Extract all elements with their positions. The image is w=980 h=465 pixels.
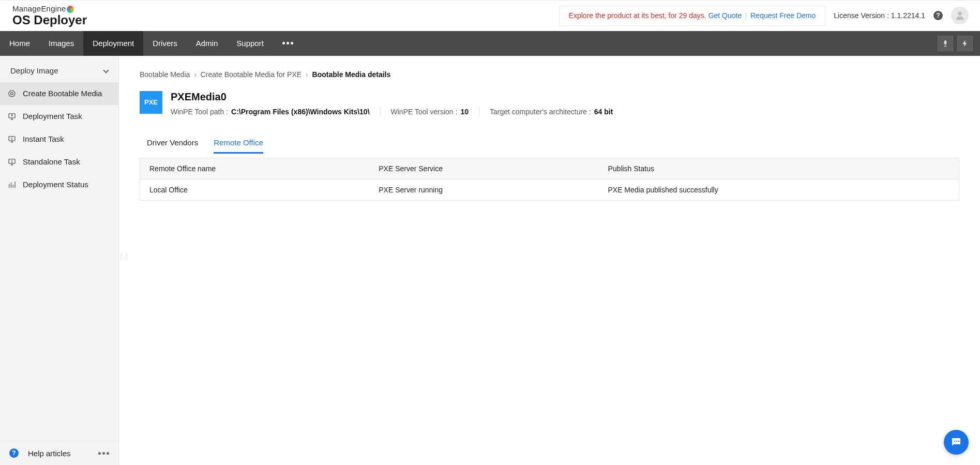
nav-deployment[interactable]: Deployment: [83, 31, 143, 56]
svg-point-10: [958, 441, 959, 442]
col-pxe-service: PXE Server Service: [369, 158, 598, 179]
sidebar-item-label: Deployment Status: [23, 180, 88, 189]
license-version: License Version : 1.1.2214.1: [834, 11, 925, 20]
cell-publish-status: PXE Media published successfully: [598, 179, 959, 200]
svg-text:$: $: [11, 137, 13, 140]
table-header-row: Remote Office name PXE Server Service Pu…: [140, 158, 959, 179]
col-remote-office: Remote Office name: [140, 158, 369, 179]
trial-banner: Explore the product at its best, for 29 …: [559, 6, 826, 25]
sidebar-group-toggle[interactable]: Deploy Image: [0, 59, 118, 82]
help-badge-icon: ?: [9, 448, 19, 458]
crumb-bootable-media[interactable]: Bootable Media: [140, 70, 190, 79]
sidebar-icon: [7, 89, 17, 98]
brand-line2: OS Deployer: [12, 13, 87, 27]
help-articles-link[interactable]: Help articles: [28, 449, 89, 458]
nav-support[interactable]: Support: [227, 31, 273, 56]
sidebar-group-label: Deploy Image: [10, 66, 58, 75]
more-icon[interactable]: [98, 452, 109, 455]
crumb-sep-icon: ›: [194, 70, 197, 79]
top-right: Explore the product at its best, for 29 …: [559, 6, 969, 25]
lightning-icon[interactable]: [957, 36, 973, 51]
sidebar-item-label: Create Bootable Media: [23, 89, 102, 98]
sidebar: Deploy Image Create Bootable MediaDeploy…: [0, 56, 119, 465]
sidebar-footer: ? Help articles: [0, 441, 118, 465]
sidebar-icon: [7, 112, 17, 121]
crumb-sep-icon: ›: [306, 70, 308, 79]
meta-value: 64 bit: [594, 108, 613, 116]
content-tabs: Driver VendorsRemote Office: [140, 133, 959, 154]
meta-label: Target computer's architecture :: [490, 108, 591, 116]
help-icon[interactable]: ?: [933, 11, 943, 20]
meta-label: WinPE Tool version :: [391, 108, 458, 116]
sidebar-resize-handle[interactable]: ⋮⋮⋮⋮: [118, 254, 123, 266]
cell-remote-office: Local Office: [140, 179, 369, 200]
sidebar-item-instant-task[interactable]: $Instant Task: [0, 128, 118, 151]
meta-separator: [479, 107, 479, 116]
nav-more[interactable]: [273, 31, 303, 56]
col-publish-status: Publish Status: [598, 158, 959, 179]
svg-point-1: [9, 91, 15, 97]
media-meta: WinPE Tool path : C:\Program Files (x86)…: [171, 107, 959, 116]
main-content: Bootable Media › Create Bootable Media f…: [119, 56, 980, 465]
trial-separator: [746, 13, 746, 20]
brand-line1: ManageEngine: [12, 4, 66, 13]
rocket-icon[interactable]: [938, 36, 953, 51]
meta-item: WinPE Tool path : C:\Program Files (x86)…: [171, 108, 370, 116]
remote-office-table: Remote Office name PXE Server Service Pu…: [140, 158, 959, 201]
request-demo-link[interactable]: Request Free Demo: [750, 11, 816, 20]
chevron-down-icon: [103, 68, 109, 73]
media-title: PXEMedia0: [171, 91, 959, 103]
crumb-create-pxe[interactable]: Create Bootable Media for PXE: [201, 70, 301, 79]
nav-admin[interactable]: Admin: [187, 31, 228, 56]
brand-logo: ManageEngine OS Deployer: [12, 5, 87, 27]
meta-item: WinPE Tool version : 10: [391, 108, 469, 116]
tab-remote-office[interactable]: Remote Office: [214, 133, 263, 154]
meta-item: Target computer's architecture : 64 bit: [490, 108, 613, 116]
brand-swirl-icon: [67, 6, 74, 13]
get-quote-link[interactable]: Get Quote: [708, 11, 742, 20]
sidebar-group: Deploy Image Create Bootable MediaDeploy…: [0, 56, 118, 196]
cell-pxe-service: PXE Server running: [369, 179, 598, 200]
breadcrumb: Bootable Media › Create Bootable Media f…: [140, 70, 959, 79]
meta-separator: [380, 107, 381, 116]
sidebar-icon: [7, 180, 17, 189]
body: Deploy Image Create Bootable MediaDeploy…: [0, 56, 980, 465]
sidebar-item-label: Standalone Task: [23, 157, 80, 166]
tab-driver-vendors[interactable]: Driver Vendors: [147, 133, 198, 154]
top-bar: ManageEngine OS Deployer Explore the pro…: [0, 0, 980, 31]
table-row: Local OfficePXE Server runningPXE Media …: [140, 179, 959, 200]
main-nav: HomeImagesDeploymentDriversAdminSupport: [0, 31, 980, 56]
svg-point-8: [954, 441, 955, 442]
trial-text: Explore the product at its best, for 29 …: [569, 11, 708, 20]
nav-images[interactable]: Images: [39, 31, 83, 56]
sidebar-item-standalone-task[interactable]: $Standalone Task: [0, 151, 118, 173]
crumb-current: Bootable Media details: [312, 70, 391, 79]
sidebar-item-deployment-task[interactable]: Deployment Task: [0, 105, 118, 128]
svg-point-0: [958, 12, 961, 16]
meta-value: 10: [460, 108, 469, 116]
meta-value: C:\Program Files (x86)\Windows Kits\10\: [231, 108, 370, 116]
sidebar-item-create-bootable-media[interactable]: Create Bootable Media: [0, 82, 118, 105]
details-header: PXE PXEMedia0 WinPE Tool path : C:\Progr…: [140, 91, 959, 116]
svg-point-2: [11, 93, 13, 95]
chat-fab[interactable]: [944, 430, 969, 455]
sidebar-icon: $: [7, 134, 17, 144]
meta-label: WinPE Tool path :: [171, 108, 228, 116]
nav-left: HomeImagesDeploymentDriversAdminSupport: [0, 31, 303, 56]
pxe-badge: PXE: [140, 91, 162, 114]
svg-point-9: [956, 441, 957, 442]
sidebar-icon: $: [7, 157, 17, 167]
sidebar-item-label: Deployment Task: [23, 112, 82, 121]
svg-text:$: $: [11, 160, 13, 163]
sidebar-item-deployment-status[interactable]: Deployment Status: [0, 173, 118, 196]
nav-home[interactable]: Home: [0, 31, 39, 56]
nav-drivers[interactable]: Drivers: [143, 31, 187, 56]
sidebar-item-label: Instant Task: [23, 134, 64, 143]
user-avatar[interactable]: [951, 7, 969, 24]
nav-right: [938, 36, 980, 51]
